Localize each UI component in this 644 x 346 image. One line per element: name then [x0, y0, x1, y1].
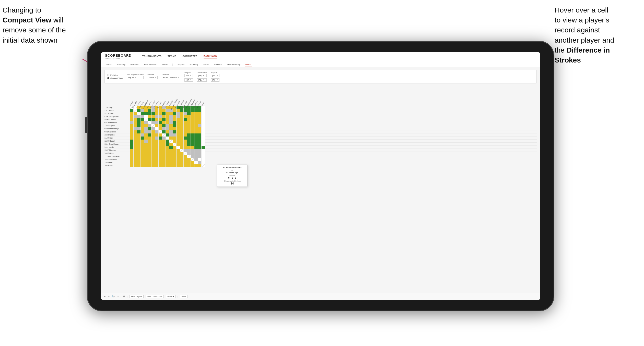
grid-cell[interactable]: [180, 146, 184, 149]
grid-cell[interactable]: [159, 140, 162, 143]
grid-cell[interactable]: [173, 164, 177, 167]
full-view-radio[interactable]: [107, 74, 109, 76]
grid-cell[interactable]: [191, 115, 194, 118]
grid-cell[interactable]: [184, 127, 187, 130]
compact-view-option[interactable]: Compact View: [107, 77, 123, 79]
grid-cell[interactable]: [162, 124, 166, 127]
grid-cell[interactable]: [155, 112, 159, 115]
grid-cell[interactable]: [151, 164, 155, 167]
grid-cell[interactable]: [194, 121, 198, 124]
grid-cell[interactable]: [180, 149, 184, 152]
redo-icon[interactable]: ↪: [108, 295, 110, 298]
grid-cell[interactable]: [151, 155, 155, 158]
grid-cell[interactable]: [137, 152, 141, 155]
grid-cell[interactable]: [166, 130, 169, 133]
grid-cell[interactable]: [141, 127, 144, 130]
grid-cell[interactable]: [169, 121, 173, 124]
grid-cell[interactable]: [202, 146, 205, 149]
grid-cell[interactable]: [155, 109, 159, 112]
grid-cell[interactable]: [159, 161, 162, 164]
grid-cell[interactable]: [187, 109, 191, 112]
grid-cell[interactable]: [141, 118, 144, 121]
grid-cell[interactable]: [155, 118, 159, 121]
grid-cell[interactable]: [180, 130, 184, 133]
grid-cell[interactable]: [134, 109, 137, 112]
grid-cell[interactable]: [198, 137, 202, 140]
grid-cell[interactable]: [166, 140, 169, 143]
grid-cell[interactable]: [194, 149, 198, 152]
grid-cell[interactable]: [155, 130, 159, 133]
grid-cell[interactable]: [187, 112, 191, 115]
grid-cell[interactable]: [134, 164, 137, 167]
grid-cell[interactable]: [159, 137, 162, 140]
grid-cell[interactable]: [166, 143, 169, 146]
grid-cell[interactable]: [169, 118, 173, 121]
grid-cell[interactable]: [177, 149, 180, 152]
grid-cell[interactable]: [184, 161, 187, 164]
grid-cell[interactable]: [148, 146, 151, 149]
grid-cell[interactable]: [130, 118, 134, 121]
grid-cell[interactable]: [166, 155, 169, 158]
grid-cell[interactable]: [159, 118, 162, 121]
grid-cell[interactable]: [130, 143, 134, 146]
grid-cell[interactable]: [151, 143, 155, 146]
grid-cell[interactable]: [184, 118, 187, 121]
grid-cell[interactable]: [159, 112, 162, 115]
grid-cell[interactable]: [173, 146, 177, 149]
grid-cell[interactable]: [166, 121, 169, 124]
grid-cell[interactable]: [166, 133, 169, 137]
grid-cell[interactable]: [137, 118, 141, 121]
grid-cell[interactable]: [187, 164, 191, 167]
grid-cell[interactable]: [198, 109, 202, 112]
grid-cell[interactable]: [194, 109, 198, 112]
grid-cell[interactable]: [202, 161, 205, 164]
grid-cell[interactable]: [155, 155, 159, 158]
grid-cell[interactable]: [162, 149, 166, 152]
grid-cell[interactable]: [202, 164, 205, 167]
grid-cell[interactable]: [166, 137, 169, 140]
players-select2[interactable]: (All) ▼: [211, 78, 219, 82]
grid-cell[interactable]: [198, 112, 202, 115]
grid-cell[interactable]: [151, 137, 155, 140]
grid-cell[interactable]: [198, 149, 202, 152]
grid-cell[interactable]: [148, 118, 151, 121]
grid-cell[interactable]: [162, 140, 166, 143]
grid-cell[interactable]: [202, 155, 205, 158]
grid-cell[interactable]: [198, 143, 202, 146]
grid-cell[interactable]: [180, 121, 184, 124]
grid-cell[interactable]: [148, 143, 151, 146]
grid-cell[interactable]: [144, 146, 148, 149]
grid-cell[interactable]: [134, 130, 137, 133]
grid-cell[interactable]: [177, 121, 180, 124]
grid-cell[interactable]: [151, 158, 155, 161]
grid-cell[interactable]: [169, 155, 173, 158]
grid-cell[interactable]: [180, 118, 184, 121]
grid-cell[interactable]: [141, 143, 144, 146]
grid-cell[interactable]: [194, 115, 198, 118]
grid-cell[interactable]: [169, 161, 173, 164]
grid-cell[interactable]: [162, 118, 166, 121]
grid-cell[interactable]: [148, 124, 151, 127]
grid-cell[interactable]: [166, 146, 169, 149]
grid-cell[interactable]: [194, 127, 198, 130]
grid-cell[interactable]: [187, 140, 191, 143]
grid-cell[interactable]: [141, 152, 144, 155]
grid-cell[interactable]: [173, 140, 177, 143]
grid-cell[interactable]: [202, 109, 205, 112]
grid-cell[interactable]: [155, 115, 159, 118]
full-view-option[interactable]: Full View: [107, 74, 123, 76]
grid-cell[interactable]: [141, 140, 144, 143]
undo-icon[interactable]: ↩: [104, 295, 106, 298]
grid-cell[interactable]: [187, 152, 191, 155]
grid-cell[interactable]: [191, 127, 194, 130]
grid-cell[interactable]: [134, 149, 137, 152]
grid-cell[interactable]: [184, 115, 187, 118]
grid-cell[interactable]: [155, 164, 159, 167]
tab-players[interactable]: Players: [177, 62, 185, 67]
grid-cell[interactable]: [173, 152, 177, 155]
grid-cell[interactable]: [151, 121, 155, 124]
grid-cell[interactable]: [191, 133, 194, 137]
grid-cell[interactable]: [184, 140, 187, 143]
grid-cell[interactable]: [194, 146, 198, 149]
grid-cell[interactable]: [187, 130, 191, 133]
